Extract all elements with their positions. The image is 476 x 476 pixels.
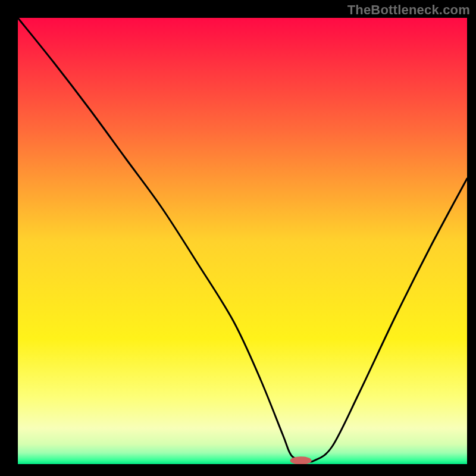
watermark-text: TheBottleneck.com [347,2,470,18]
chart-frame: TheBottleneck.com [0,0,476,476]
plot-background [18,18,467,464]
optimal-point-marker [290,456,312,465]
bottleneck-chart [0,0,476,476]
